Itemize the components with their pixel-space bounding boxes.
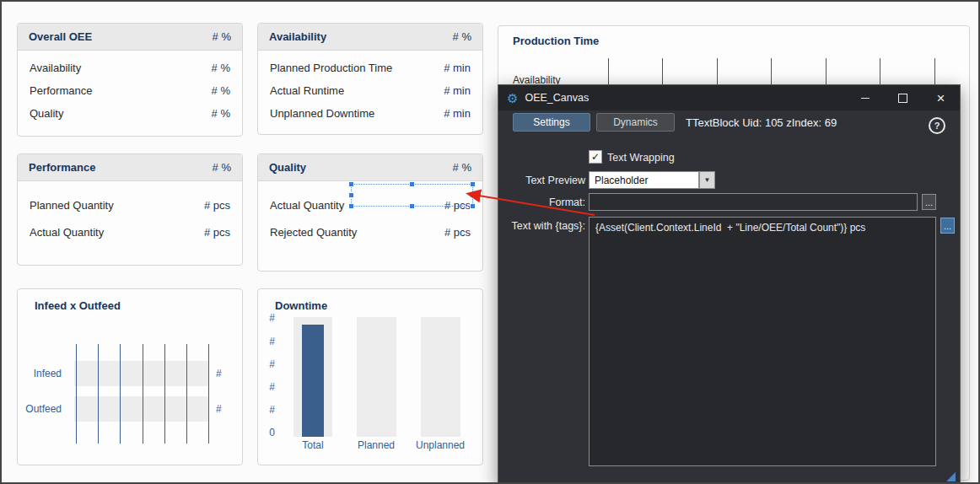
metric-label: Actual Runtime [270, 84, 344, 97]
checkmark-icon: ✓ [591, 151, 600, 163]
close-button[interactable]: × [922, 85, 960, 110]
minimize-icon [861, 98, 870, 99]
dialog-title: OEE_Canvas [525, 92, 589, 104]
metric-value: # pcs [204, 226, 230, 239]
timeline-gridline [143, 344, 143, 444]
text-with-tags-textarea[interactable]: {Asset(Client.Context.LineId + "Line/OEE… [589, 217, 936, 466]
text-preview-label: Text Preview [498, 175, 585, 186]
quality-card: Quality # % Actual Quantity # pcs Reject… [257, 153, 483, 272]
card-title: Availability [269, 30, 326, 43]
metric-row: Performance # % [18, 79, 242, 102]
card-header-value: # % [453, 161, 471, 174]
metric-label: Planned Production Time [270, 62, 392, 74]
timeline-gridline [208, 344, 209, 444]
x-category: Planned [355, 439, 397, 451]
text-preview-dropdown-button[interactable]: ▼ [699, 171, 715, 189]
metric-value: # % [212, 107, 230, 120]
gear-icon: ⚙ [507, 92, 518, 105]
metric-row: Planned Production Time # min [258, 56, 482, 79]
dialog-resize-grip[interactable] [946, 472, 956, 481]
textblock-selection-marquee[interactable] [351, 184, 473, 207]
metric-label: Rejected Quantity [270, 226, 357, 239]
format-input[interactable] [589, 193, 918, 211]
tab-settings[interactable]: Settings [513, 113, 590, 132]
infeed-label: Infeed [23, 368, 62, 379]
card-header-value: # % [453, 30, 471, 43]
total-downtime-bar [302, 325, 324, 437]
downtime-card: Downtime # # # # # 0 Total Planned Unpla… [257, 288, 483, 465]
selection-handle[interactable] [409, 181, 415, 187]
y-tick: 0 [263, 427, 275, 438]
app-window: Overall OEE # % Availability # % Perform… [0, 0, 980, 484]
infeed-outfeed-card: Infeed x Outfeed Infeed Outfeed # # [17, 288, 243, 465]
availability-header: Availability # % [258, 24, 482, 51]
selection-handle[interactable] [470, 192, 476, 198]
text-preview-select[interactable]: Placeholder [589, 171, 699, 189]
timeline-gridline [164, 344, 165, 444]
y-tick: # [263, 312, 275, 324]
tags-more-button[interactable]: ... [940, 218, 955, 234]
overall-oee-header: Overall OEE # % [18, 24, 242, 51]
x-category: Unplanned [414, 439, 466, 451]
metric-label: Performance [30, 84, 92, 97]
metric-label: Actual Quantity [30, 226, 104, 239]
format-more-button[interactable]: ... [922, 194, 936, 210]
selection-handle[interactable] [348, 192, 354, 198]
metric-value: # % [212, 84, 230, 97]
oee-canvas-dialog: ⚙ OEE_Canvas × Settings Dynamics TTextBl… [498, 84, 961, 484]
metric-row: Quality # % [18, 102, 242, 125]
y-tick: # [263, 336, 275, 347]
selection-handle[interactable] [470, 181, 476, 187]
maximize-icon [898, 94, 907, 103]
timeline-gridline [76, 344, 77, 444]
outfeed-label: Outfeed [23, 403, 62, 415]
card-title: Production Time [513, 35, 599, 47]
infeed-band [74, 361, 209, 386]
timeline-gridline [120, 344, 121, 444]
tab-dynamics[interactable]: Dynamics [596, 113, 675, 132]
timeline-gridline [98, 344, 99, 444]
metric-label: Actual Quantity [270, 199, 344, 212]
metric-row: Actual Runtime # min [258, 79, 482, 102]
x-category: Total [296, 439, 330, 451]
maximize-button[interactable] [884, 85, 922, 110]
availability-card: Availability # % Planned Production Time… [257, 23, 483, 135]
dialog-titlebar[interactable]: ⚙ OEE_Canvas × [498, 85, 960, 110]
card-title: Downtime [275, 299, 327, 312]
card-title: Overall OEE [29, 30, 92, 43]
metric-row: Rejected Quantity # pcs [258, 218, 482, 245]
timeline-gridline [186, 344, 187, 444]
text-with-tags-label: Text with {tags}: [498, 220, 585, 232]
selection-handle[interactable] [348, 181, 354, 187]
metric-row: Planned Quantity # pcs [18, 191, 242, 218]
metric-value: # min [444, 107, 471, 120]
infeed-value: # [216, 368, 222, 379]
chevron-down-icon: ▼ [704, 176, 711, 184]
performance-header: Performance # % [18, 154, 242, 181]
card-title: Infeed x Outfeed [35, 299, 121, 312]
y-tick: # [263, 358, 275, 370]
performance-card: Performance # % Planned Quantity # pcs A… [17, 153, 243, 266]
text-wrapping-checkbox[interactable]: ✓ [589, 150, 602, 164]
close-icon: × [937, 91, 945, 105]
metric-label: Unplanned Downtime [270, 107, 374, 120]
metric-value: # min [444, 62, 471, 74]
format-label: Format: [498, 196, 585, 208]
selection-handle[interactable] [348, 203, 354, 209]
outfeed-value: # [216, 403, 222, 415]
outfeed-band [74, 396, 209, 422]
minimize-button[interactable] [846, 85, 884, 110]
text-wrapping-label: Text Wrapping [607, 152, 675, 164]
selection-handle[interactable] [470, 203, 476, 209]
quality-header: Quality # % [258, 154, 482, 181]
y-tick: # [263, 381, 275, 393]
selected-object-info: TTextBlock Uid: 105 zIndex: 69 [686, 116, 837, 129]
metric-row: Actual Quantity # pcs [18, 218, 242, 245]
overall-oee-card: Overall OEE # % Availability # % Perform… [17, 23, 243, 137]
metric-value: # min [444, 84, 471, 97]
selection-handle[interactable] [409, 203, 415, 209]
help-icon[interactable]: ? [929, 117, 945, 134]
card-title: Performance [29, 161, 95, 174]
metric-value: # % [212, 62, 230, 74]
card-header-value: # % [213, 30, 231, 43]
